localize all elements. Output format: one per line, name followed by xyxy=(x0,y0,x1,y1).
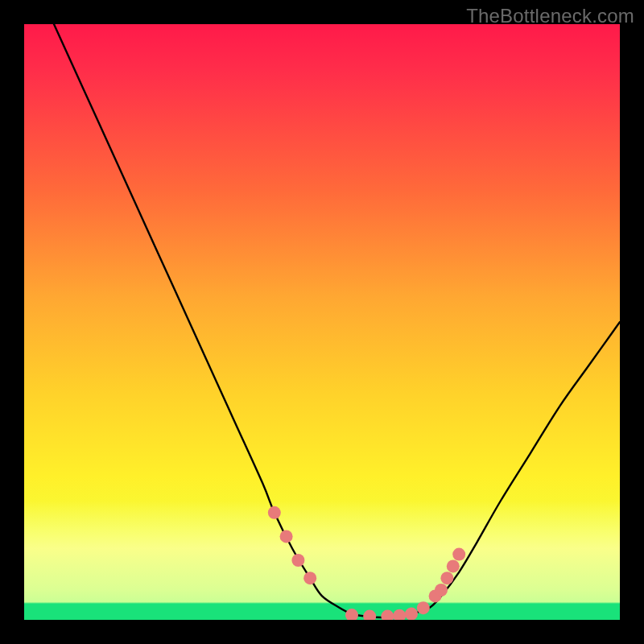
marker-dot xyxy=(452,548,465,561)
marker-dot xyxy=(345,609,358,620)
marker-dot xyxy=(280,530,293,543)
chart-frame: TheBottleneck.com xyxy=(0,0,644,644)
bottleneck-curve xyxy=(54,24,620,617)
marker-dot xyxy=(405,608,418,620)
marker-dot xyxy=(440,572,453,584)
marker-dot xyxy=(268,506,281,519)
plot-area xyxy=(24,24,620,620)
marker-dot xyxy=(417,601,430,614)
marker-dot xyxy=(435,584,448,597)
watermark-text: TheBottleneck.com xyxy=(466,5,634,27)
marker-dot xyxy=(363,610,376,620)
marker-dot xyxy=(381,610,394,620)
chart-overlay xyxy=(24,24,620,620)
marker-dot xyxy=(393,609,406,620)
marker-dot xyxy=(447,559,460,572)
marker-dot xyxy=(303,572,316,584)
marker-dot xyxy=(291,554,304,567)
